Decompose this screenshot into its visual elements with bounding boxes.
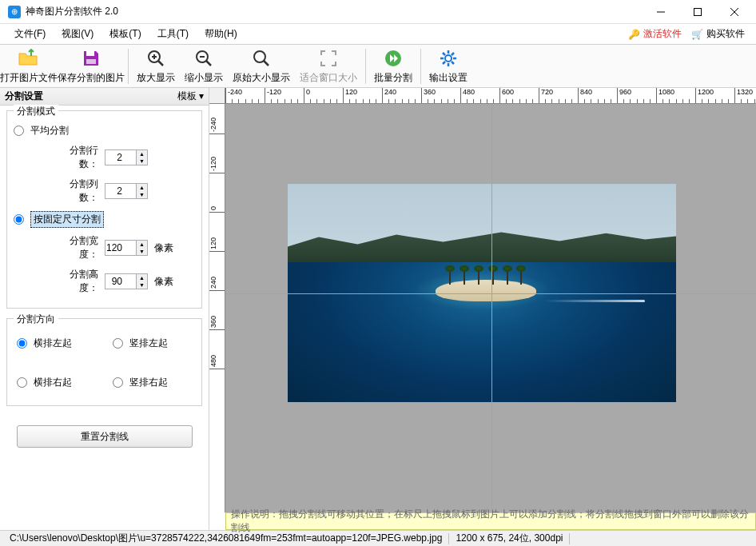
svg-line-11 [206,61,211,66]
vertical-guide[interactable] [491,104,492,512]
zoom-original-icon [252,47,271,70]
zoom-fit-icon [319,47,338,70]
menu-help[interactable]: 帮助(H) [197,24,245,44]
menu-template[interactable]: 模板(T) [101,24,149,44]
width-unit: 像素 [154,241,173,255]
zoom-out-icon [194,47,213,70]
dir-hright-radio[interactable]: 横排右起 [17,376,97,389]
output-settings-button[interactable]: 输出设置 [424,46,472,86]
zoom-out-button[interactable]: 缩小显示 [180,46,228,86]
svg-line-7 [158,61,163,66]
dir-vleft-radio[interactable]: 竖排左起 [113,337,193,350]
dir-vright-radio[interactable]: 竖排右起 [113,376,193,389]
menu-file[interactable]: 文件(F) [6,24,54,44]
activate-link[interactable]: 🔑 激活软件 [623,26,686,42]
hint-bar: 操作说明：拖拽分割线可移动其位置；在标尺上拖拽鼠标到图片上可以添加分割线；将分割… [225,512,756,530]
horizontal-guide[interactable] [225,293,756,294]
svg-rect-5 [86,59,96,64]
reset-guides-button[interactable]: 重置分割线 [17,425,193,448]
menu-view[interactable]: 视图(V) [54,24,101,44]
cols-up[interactable]: ▲ [136,184,147,191]
ruler-corner [209,88,225,104]
open-file-button[interactable]: 打开图片文件 [0,46,58,86]
split-cols-label: 分割列数： [54,177,98,205]
w-down[interactable]: ▼ [136,248,147,255]
zoom-in-button[interactable]: 放大显示 [132,46,180,86]
batch-split-button[interactable]: 批量分割 [369,46,417,86]
key-icon: 🔑 [628,29,640,40]
template-dropdown[interactable]: 模板 ▾ [177,90,204,103]
rows-up[interactable]: ▲ [136,150,147,157]
canvas-viewport[interactable] [225,104,756,512]
gear-icon [439,47,458,70]
split-width-label: 分割宽度： [54,234,98,261]
h-down[interactable]: ▼ [136,281,147,289]
buy-link[interactable]: 🛒 购买软件 [686,26,750,42]
zoom-in-icon [146,47,165,70]
save-icon [82,47,101,70]
app-icon: ⊕ [8,6,21,18]
save-split-button[interactable]: 保存分割的图片 [58,46,125,86]
split-height-label: 分割高度： [54,268,98,295]
svg-rect-1 [694,8,702,15]
cart-icon: 🛒 [691,29,703,40]
split-dir-group-title: 分割方向 [14,313,58,326]
folder-open-icon [18,47,40,70]
split-rows-label: 分割行数： [54,144,98,171]
sidebar-title: 分割设置 [5,90,43,103]
fixed-split-radio[interactable]: 按固定尺寸分割 [14,211,195,228]
cols-down[interactable]: ▼ [136,191,147,198]
svg-rect-4 [86,51,94,56]
maximize-button[interactable] [679,0,716,24]
height-unit: 像素 [154,275,173,289]
vertical-ruler[interactable]: -240-1200120240360480 [209,104,225,512]
w-up[interactable]: ▲ [136,241,147,248]
sidebar: 分割设置 模板 ▾ 分割模式 平均分割 分割行数： ▲▼ 分割列数： ▲▼ [0,88,209,530]
split-mode-group-title: 分割模式 [14,105,58,118]
close-button[interactable] [716,0,753,24]
avg-split-radio[interactable]: 平均分割 [14,124,195,137]
dir-hleft-radio[interactable]: 横排左起 [17,337,97,350]
h-up[interactable]: ▲ [136,274,147,281]
menu-tools[interactable]: 工具(T) [149,24,197,44]
window-title: 神奇图片分割软件 2.0 [26,5,118,18]
svg-point-16 [445,55,452,62]
svg-point-13 [254,51,265,62]
batch-icon [384,47,403,70]
rows-down[interactable]: ▼ [136,157,147,165]
minimize-button[interactable] [643,0,679,24]
svg-line-14 [264,61,269,66]
horizontal-ruler[interactable]: -240-12001202403604806007208409601080120… [225,88,756,104]
zoom-fit-button[interactable]: 适合窗口大小 [295,46,362,86]
zoom-original-button[interactable]: 原始大小显示 [228,46,295,86]
